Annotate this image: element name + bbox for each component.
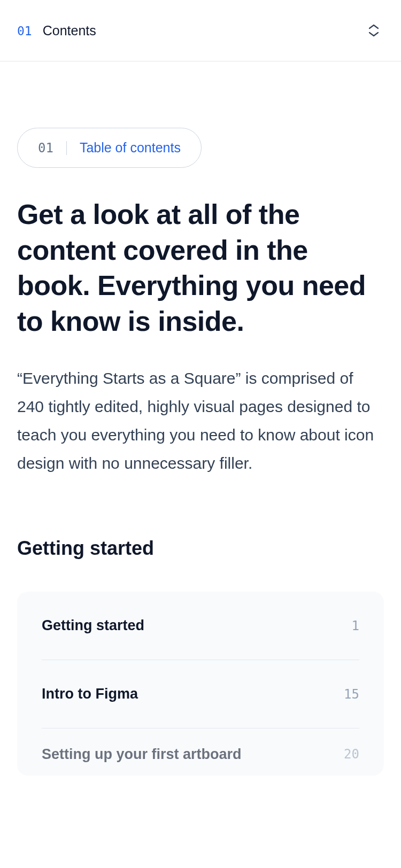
page-heading: Get a look at all of the content covered…: [17, 197, 384, 339]
toc-row-title: Getting started: [42, 617, 144, 634]
toc-row[interactable]: Intro to Figma 15: [42, 660, 359, 728]
toc-row[interactable]: Setting up your first artboard 20: [42, 728, 359, 776]
badge-label: Table of contents: [80, 140, 181, 156]
section-badge: 01 Table of contents: [17, 128, 202, 168]
toc-card: Getting started 1 Intro to Figma 15 Sett…: [17, 592, 384, 776]
topbar-left: 01 Contents: [17, 23, 96, 38]
toc-row-page: 15: [344, 687, 359, 702]
chapter-label: Contents: [43, 23, 96, 38]
badge-number: 01: [38, 141, 53, 156]
topbar[interactable]: 01 Contents: [0, 0, 401, 61]
toc-row-page: 1: [352, 618, 359, 633]
main-content: 01 Table of contents Get a look at all o…: [0, 61, 401, 776]
toc-row-page: 20: [344, 747, 359, 762]
chapter-number: 01: [17, 24, 32, 38]
toc-row-title: Intro to Figma: [42, 686, 138, 702]
toc-row-title: Setting up your first artboard: [42, 746, 242, 763]
toc-row[interactable]: Getting started 1: [42, 592, 359, 660]
intro-paragraph: “Everything Starts as a Square” is compr…: [17, 365, 384, 477]
section-title: Getting started: [17, 537, 384, 560]
expand-collapse-icon[interactable]: [364, 19, 384, 42]
badge-separator: [66, 141, 67, 155]
